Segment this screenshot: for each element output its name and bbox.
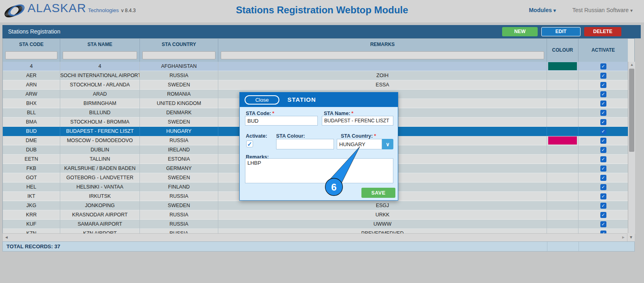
cell-remarks: ESSA <box>218 80 547 90</box>
activate-checkbox[interactable]: ✓ <box>600 156 606 162</box>
column-header-sta-country[interactable]: STA COUNTRY <box>140 39 218 62</box>
horizontal-scrollbar[interactable]: ◄ ► <box>2 233 627 241</box>
cell-code: IKT <box>3 192 60 201</box>
app-header: ALASKAR Technologiesv 8.4.3 Stations Reg… <box>0 0 644 23</box>
activate-checkbox[interactable]: ✓ <box>600 203 606 209</box>
column-header-sta-name[interactable]: STA NAME <box>60 39 140 62</box>
filter-sta-code-input[interactable] <box>5 51 57 59</box>
column-header-colour[interactable]: COLOUR <box>547 39 579 62</box>
filter-remarks-input[interactable] <box>221 51 544 59</box>
column-header-activate[interactable]: ACTIVATE <box>579 39 628 62</box>
remarks-field[interactable]: LHBP <box>245 158 393 183</box>
column-header-remarks[interactable]: REMARKS <box>218 39 547 62</box>
activate-checkbox[interactable]: ✓ <box>600 128 606 134</box>
activate-checkbox[interactable]: ✓ <box>600 166 606 172</box>
table-row[interactable]: JKGJONKOPINGSWEDENESGJ✓ <box>3 201 628 210</box>
activate-checkbox[interactable]: ✓ <box>600 110 606 116</box>
vertical-scrollbar[interactable]: ▲ <box>628 62 635 234</box>
cell-code: HEL <box>3 182 60 192</box>
save-button[interactable]: SAVE <box>361 188 395 198</box>
activate-checkbox[interactable]: ✓ <box>600 73 606 79</box>
cell-code: KUF <box>3 220 60 229</box>
delete-button[interactable]: DELETE <box>584 27 621 36</box>
cell-colour <box>547 173 579 182</box>
cell-colour <box>547 182 579 192</box>
activate-checkbox[interactable]: ✓ <box>600 91 606 97</box>
cell-name: BILLUND <box>60 108 140 117</box>
user-menu[interactable]: Test Russian Software▾ <box>572 7 633 13</box>
cell-country: FINLAND <box>140 182 218 192</box>
cell-activate: ✓ <box>579 62 628 71</box>
cell-code: BUD <box>3 127 60 136</box>
panel-title: Stations Registration <box>8 25 60 38</box>
cell-activate: ✓ <box>579 173 628 182</box>
activate-checkbox[interactable]: ✓ <box>600 193 606 199</box>
cell-remarks: ZOIH <box>218 71 547 80</box>
activate-checkbox[interactable]: ✓ <box>600 63 606 69</box>
table-row[interactable]: KUFSAMARA AIRPORTRUSSIAUWWW✓ <box>3 220 628 229</box>
sta-code-field[interactable] <box>245 116 318 126</box>
cell-colour <box>547 201 579 210</box>
chevron-down-icon: ∨ <box>386 141 390 147</box>
new-button[interactable]: NEW <box>502 27 538 36</box>
table-row[interactable]: AERSOCHI INTERNATIONAL AIRPORTRUSSIAZOIH… <box>3 71 628 80</box>
activate-checkbox[interactable]: ✓ <box>600 101 606 107</box>
cell-colour <box>547 155 579 164</box>
cell-name: BIRMINGHAM <box>60 99 140 108</box>
cell-colour <box>547 210 579 220</box>
filter-sta-name-input[interactable] <box>63 51 137 59</box>
cell-name: DUBLIN <box>60 145 140 155</box>
scroll-down-icon[interactable]: ▼ <box>627 233 635 241</box>
cell-country: RUSSIA <box>140 136 218 145</box>
cell-remarks: UWWW <box>218 220 547 229</box>
activate-checkbox[interactable]: ✓ <box>600 221 606 227</box>
cell-remarks <box>218 62 547 71</box>
activate-checkbox[interactable]: ✓ <box>600 147 606 153</box>
column-header-sta-code[interactable]: STA CODE <box>3 39 60 62</box>
cell-country: IRELAND <box>140 145 218 155</box>
table-row[interactable]: KRRKRASNODAR AIRPORTRUSSIAURKK✓ <box>3 210 628 220</box>
activate-checkbox[interactable]: ✓ <box>246 140 253 147</box>
filter-sta-country-input[interactable] <box>142 51 215 59</box>
edit-button[interactable]: EDIT <box>541 27 581 36</box>
cell-activate: ✓ <box>579 99 628 108</box>
stations-registration-page: ALASKAR Technologiesv 8.4.3 Stations Reg… <box>0 0 644 283</box>
cell-colour <box>547 108 579 117</box>
modules-menu[interactable]: Modules▾ <box>529 7 556 13</box>
cell-activate: ✓ <box>579 90 628 99</box>
table-row[interactable]: 44AFGHANISTAN✓ <box>3 62 628 71</box>
cell-country: RUSSIA <box>140 192 218 201</box>
vertical-scrollbar-thumb[interactable] <box>629 69 634 152</box>
cell-country: RUSSIA <box>140 220 218 229</box>
caret-down-icon: ▾ <box>553 8 556 13</box>
cell-colour <box>547 192 579 201</box>
activate-checkbox[interactable]: ✓ <box>600 212 606 218</box>
cell-code: 4 <box>3 62 60 71</box>
close-button[interactable]: Close <box>245 95 279 105</box>
scroll-right-icon[interactable]: ► <box>621 235 625 239</box>
table-row[interactable]: ARNSTOCKHOLM - ARLANDASWEDENESSA✓ <box>3 80 628 90</box>
cell-name: STOCKHOLM - BROMMA <box>60 117 140 127</box>
activate-checkbox[interactable]: ✓ <box>600 82 606 88</box>
sta-country-label: STA Country:* <box>341 132 376 139</box>
activate-checkbox[interactable]: ✓ <box>600 119 606 125</box>
scroll-up-icon[interactable]: ▲ <box>628 63 636 67</box>
sta-country-field[interactable] <box>337 139 382 149</box>
required-asterisk: * <box>272 111 274 116</box>
cell-remarks: ESGJ <box>218 201 547 210</box>
cell-name: STOCKHOLM - ARLANDA <box>60 80 140 90</box>
cell-code: KRR <box>3 210 60 220</box>
scroll-left-icon[interactable]: ◄ <box>4 235 8 239</box>
cell-country: SWEDEN <box>140 201 218 210</box>
sta-country-dropdown-button[interactable]: ∨ <box>382 139 393 149</box>
cell-colour <box>547 220 579 229</box>
colour-swatch <box>548 62 577 70</box>
activate-checkbox[interactable]: ✓ <box>600 175 606 181</box>
activate-checkbox[interactable]: ✓ <box>600 184 606 190</box>
sta-colour-field[interactable] <box>276 139 334 149</box>
sta-name-field[interactable] <box>322 116 393 126</box>
cell-name: KARLSRUHE / BADEN BADEN <box>60 164 140 173</box>
activate-checkbox[interactable]: ✓ <box>600 138 606 144</box>
cell-code: DME <box>3 136 60 145</box>
cell-code: BLL <box>3 108 60 117</box>
